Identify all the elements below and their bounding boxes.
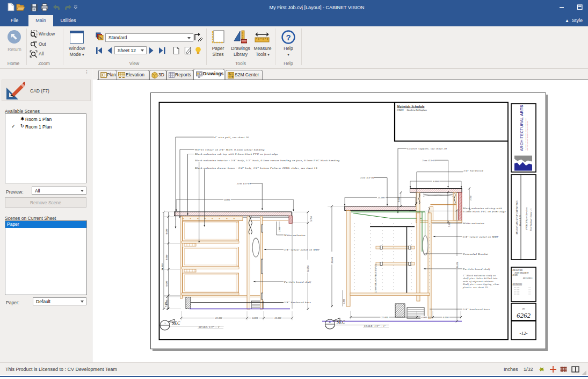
svg-text:3/4" veneer panel on MDF: 3/4" veneer panel on MDF <box>463 235 499 238</box>
svg-text:plastic- see sheet 19.: plastic- see sheet 19. <box>462 286 489 289</box>
svg-text:3/4" hardwood: 3/4" hardwood <box>463 169 483 172</box>
svg-text:5.625: 5.625 <box>448 222 451 227</box>
svg-text:1.000: 1.000 <box>279 227 281 232</box>
svg-text:6.000: 6.000 <box>422 316 427 319</box>
svg-text:1" Black melamine shelf on: 1" Black melamine shelf on <box>463 274 496 277</box>
svg-text:22.000 REMOVABLE PANEL: 22.000 REMOVABLE PANEL <box>374 263 377 293</box>
svg-text:3cm ES-01: 3cm ES-01 <box>360 176 375 179</box>
svg-text:34.000: 34.000 <box>161 263 164 270</box>
svg-text:LOW VOLT AVE DES MOINES IA | 5: LOW VOLT AVE DES MOINES IA | 515 273 555… <box>527 121 528 151</box>
svg-text:Particle board shelf: Particle board shelf <box>462 268 490 270</box>
svg-text:09/15/2015: 09/15/2015 <box>523 277 532 280</box>
svg-text:B: B <box>329 321 331 324</box>
svg-text:23.000: 23.000 <box>381 316 389 319</box>
svg-text:25.000: 25.000 <box>378 196 386 199</box>
svg-text:Materials Schedule: Materials Schedule <box>396 105 425 108</box>
svg-text:0.5mm black PVC on front edge: 0.5mm black PVC on front edge <box>463 210 506 213</box>
svg-text:-12-: -12- <box>520 331 528 336</box>
svg-text:ARCHITECTURAL ARTS: ARCHITECTURAL ARTS <box>519 105 524 151</box>
svg-text:White melamine: White melamine <box>284 234 306 237</box>
svg-text:A: A <box>163 322 166 325</box>
svg-text:30.250: 30.250 <box>307 265 309 272</box>
svg-text:JP#: JP# <box>522 308 525 310</box>
svg-text:DRAWN BY:: DRAWN BY: <box>512 269 523 271</box>
svg-text:Particle board shelf: Particle board shelf <box>284 281 311 283</box>
svg-text:6.000: 6.000 <box>252 317 258 319</box>
svg-text:Point Meadows - Altoona - IA: Point Meadows - Altoona - IA <box>530 208 532 231</box>
svg-text:10.000: 10.000 <box>274 317 282 319</box>
svg-text:Details A_10: Details A_10 <box>519 215 521 226</box>
svg-text:8.000: 8.000 <box>433 180 439 183</box>
svg-text:PVRC Player Services: PVRC Player Services <box>525 207 528 230</box>
svg-text:9.600: 9.600 <box>165 281 168 287</box>
svg-text:ends of adjacent cabinets.: ends of adjacent cabinets. <box>463 280 495 283</box>
svg-text:SEC: SEC <box>172 321 180 326</box>
svg-text:6.000: 6.000 <box>343 299 345 304</box>
svg-text:Concealed Bracket: Concealed Bracket <box>463 253 489 255</box>
svg-text:4.000: 4.000 <box>164 302 167 307</box>
svg-text:23.000: 23.000 <box>215 317 223 319</box>
svg-text:5.750: 5.750 <box>310 216 313 221</box>
svg-text:36.000: 36.000 <box>331 256 333 263</box>
svg-text:Black melamine sub-top with 0.: Black melamine sub-top with 0.5mm black … <box>195 153 278 155</box>
svg-text:shelf pins- holes drilled into: shelf pins- holes drilled into <box>463 277 498 280</box>
svg-text:Black melamine adv-top with: Black melamine adv-top with <box>463 207 502 210</box>
svg-text:White melamine: White melamine <box>463 222 484 225</box>
svg-text:3/4" hardwood base: 3/4" hardwood base <box>463 308 490 311</box>
svg-text:3/4" hardwood base: 3/4" hardwood base <box>284 301 311 304</box>
svg-text:REVISIONS: REVISIONS <box>512 283 522 285</box>
svg-text:SEC: SEC <box>337 320 345 325</box>
svg-text:SCALE: 1/2" = 1': SCALE: 1/2" = 1' <box>364 325 386 327</box>
svg-text:1.750: 1.750 <box>469 196 472 201</box>
svg-text:MILLWORK | ARCHITECTURAL DESIG: MILLWORK | ARCHITECTURAL DESIGN | INSTAL… <box>525 118 526 151</box>
svg-text:SCALE: 1/2" = 1': SCALE: 1/2" = 1' <box>199 326 220 328</box>
svg-text:DATE:: DATE: <box>512 274 519 276</box>
svg-text:9.600: 9.600 <box>165 254 168 260</box>
svg-text:MILLWORK SHOP DRAWINGS: MILLWORK SHOP DRAWINGS <box>516 201 518 235</box>
svg-text:JOSH DILLMAN: JOSH DILLMAN <box>514 272 529 274</box>
svg-text:3cm ES-01: 3cm ES-01 <box>237 182 251 185</box>
svg-text:9.600: 9.600 <box>165 228 168 234</box>
svg-text:6262: 6262 <box>517 311 531 319</box>
svg-text:3/4" veneer panel on MDF: 3/4" veneer panel on MDF <box>284 248 320 251</box>
svg-text:2'D401 Cambria Dellingham: 2'D401 Cambria Dellingham <box>397 109 427 111</box>
svg-text:6.000: 6.000 <box>443 316 449 319</box>
svg-text:30.250: 30.250 <box>456 261 459 268</box>
svg-text:3cm ES-01: 3cm ES-01 <box>422 159 437 162</box>
svg-text:8.000: 8.000 <box>224 198 230 201</box>
svg-text:?: ? <box>286 33 291 42</box>
